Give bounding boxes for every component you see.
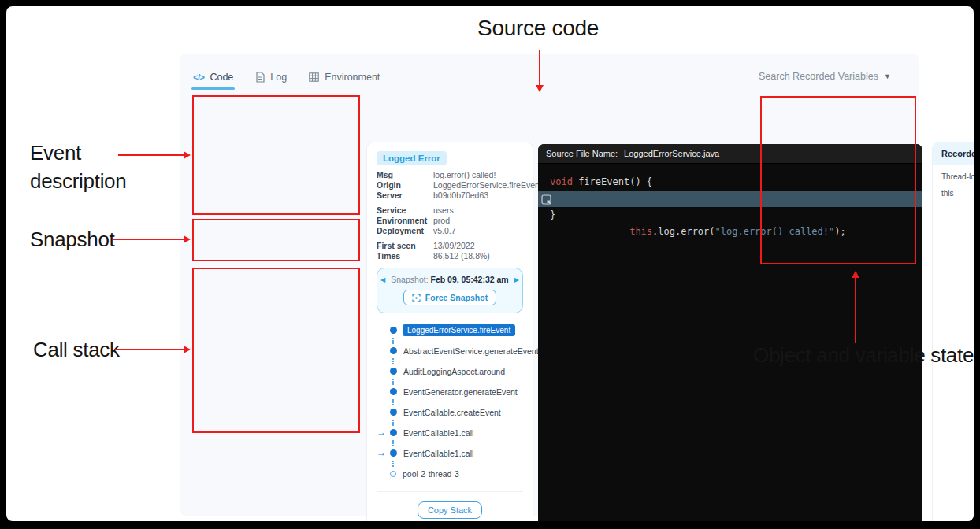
snapshot-timestamp: Feb 09, 05:42:32 am <box>430 275 508 284</box>
annotation-arrow-snapshot <box>113 239 184 240</box>
divider <box>377 491 523 492</box>
frame-dot-icon <box>390 368 397 375</box>
code-line-highlighted: this.log.error("log.error() called!"); <box>538 191 922 207</box>
call-stack-frame-thread[interactable]: pool-2-thread-3 <box>377 468 523 479</box>
tab-log[interactable]: Log <box>255 72 287 90</box>
code-line: void fireEvent() { <box>538 174 922 191</box>
logged-error-badge: Logged Error <box>377 151 447 165</box>
search-recorded-variables-select[interactable]: Search Recorded Variables ▼ <box>759 71 891 87</box>
call-stack-frame[interactable]: AuditLoggingAspect.around <box>377 365 523 377</box>
snapshot-navigator: ◀ Snapshot: Feb 09, 05:42:32 am ▶ <box>380 275 519 284</box>
event-row-deployment: Deploymentv5.0.7 <box>377 226 523 236</box>
debugger-app-panel: Logged Error Msglog.error() called! Orig… <box>180 54 919 516</box>
code-editor: void fireEvent() { this.log.error("log.e… <box>538 174 922 224</box>
annotation-event-description: Event description <box>30 139 126 195</box>
event-row-service: Serviceusers <box>377 205 523 216</box>
event-row-msg: Msglog.error() called! <box>377 170 523 180</box>
source-code-panel: Source File Name: LoggedErrorService.jav… <box>538 144 922 521</box>
force-snapshot-button[interactable]: Force Snapshot <box>403 290 496 305</box>
stack-footer: Copy Stack Show 3rd party/utility method… <box>377 491 523 521</box>
snapshot-widget: ◀ Snapshot: Feb 09, 05:42:32 am ▶ Force … <box>377 268 523 313</box>
annotation-arrow-object-state <box>855 277 856 343</box>
tab-bar: </> Code Log Environment <box>193 72 380 90</box>
annotation-object-state: Object and variable state <box>753 343 974 368</box>
call-stack-frame[interactable]: →EventCallable1.call <box>377 427 523 438</box>
recorded-variables-panel: Recorded Variables Thread-local state Th… <box>932 142 974 521</box>
tab-code[interactable]: </> Code <box>193 72 233 90</box>
call-stack-frame[interactable]: →EventCallable1.call <box>377 447 523 459</box>
variable-row[interactable]: this LoggedErrorService ▶ <box>933 181 974 198</box>
stack-connector <box>392 420 523 426</box>
tab-environment[interactable]: Environment <box>309 72 380 90</box>
screenshot-canvas: Logged Error Msglog.error() called! Orig… <box>6 6 974 521</box>
frame-dot-icon <box>390 327 397 334</box>
annotation-call-stack: Call stack <box>33 338 120 362</box>
frame-dot-icon <box>390 429 397 436</box>
call-stack-frame[interactable]: EventGenerator.generateEvent <box>377 386 523 398</box>
frame-dot-icon <box>390 388 397 395</box>
chevron-down-icon: ▼ <box>884 72 891 80</box>
call-stack-list: LoggedErrorService.fireEvent AbstractEve… <box>377 324 523 479</box>
event-row-times: Times86,512 (18.8%) <box>377 251 523 261</box>
event-details-group-1: Msglog.error() called! OriginLoggedError… <box>377 170 523 201</box>
snapshot-label: Snapshot: Feb 09, 05:42:32 am <box>391 275 508 284</box>
snapshot-next-icon[interactable]: ▶ <box>514 276 519 283</box>
source-file-header: Source File Name: LoggedErrorService.jav… <box>538 144 922 164</box>
stack-connector <box>392 379 523 385</box>
entry-arrow-icon: → <box>377 427 390 438</box>
snapshot-prev-icon[interactable]: ◀ <box>380 276 385 283</box>
stack-connector <box>392 461 523 467</box>
stack-connector <box>392 440 523 446</box>
event-row-environment: Environmentprod <box>377 216 523 226</box>
frame-dot-icon <box>390 409 397 416</box>
stack-connector <box>392 399 523 405</box>
code-icon: </> <box>193 72 204 82</box>
event-row-server: Serverb09d0b70ed63 <box>377 191 523 201</box>
call-stack-frame[interactable]: AbstractEventService.generateEvent <box>377 345 523 357</box>
call-stack-frame[interactable]: EventCallable.createEvent <box>377 406 523 418</box>
stack-connector <box>392 358 523 364</box>
stack-connector <box>392 338 523 344</box>
recorded-variables-title: Recorded Variables <box>933 142 974 165</box>
code-line: } <box>538 207 922 224</box>
source-file-name: LoggedErrorService.java <box>624 149 719 158</box>
source-file-label: Source File Name: <box>546 149 618 158</box>
environment-icon <box>309 72 319 82</box>
scan-icon <box>412 294 421 302</box>
log-icon <box>255 72 265 83</box>
event-row-origin: OriginLoggedErrorService.fireEvent <box>377 180 523 191</box>
event-panel: Logged Error Msglog.error() called! Orig… <box>366 142 533 521</box>
variable-row[interactable]: Thread-local state ThreadLocal$ThreadL..… <box>933 165 974 181</box>
annotation-arrow-event-description <box>118 154 184 156</box>
annotation-arrow-source-code <box>539 50 540 86</box>
annotation-arrow-call-stack <box>115 349 184 350</box>
event-details-group-2: Serviceusers Environmentprod Deploymentv… <box>377 205 523 236</box>
frame-dot-icon <box>390 347 397 354</box>
event-details-group-3: First seen13/09/2022 Times86,512 (18.8%) <box>377 241 523 261</box>
copy-stack-button[interactable]: Copy Stack <box>418 501 482 519</box>
frame-dot-icon <box>390 449 397 457</box>
call-stack-frame[interactable]: LoggedErrorService.fireEvent <box>377 324 523 336</box>
entry-arrow-icon: → <box>377 447 390 459</box>
annotation-snapshot: Snapshot <box>30 228 114 252</box>
thread-dot-icon <box>390 471 396 477</box>
event-row-first-seen: First seen13/09/2022 <box>377 241 523 251</box>
annotation-source-code: Source code <box>447 16 629 41</box>
